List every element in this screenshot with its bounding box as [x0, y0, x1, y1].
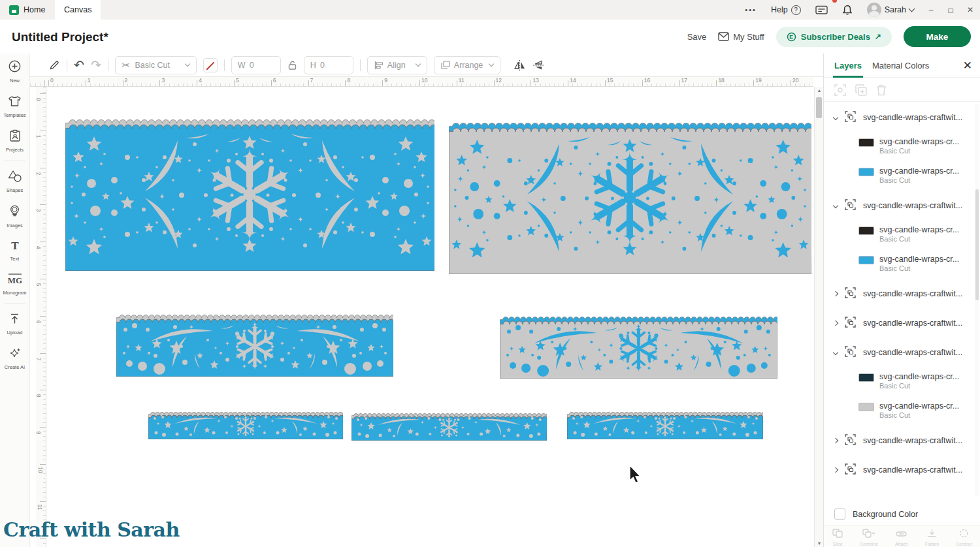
layer-group-name: svg-candle-wraps-craftwit... — [863, 319, 962, 328]
make-button[interactable]: Make — [904, 26, 971, 47]
candle-wrap-medium-gray[interactable] — [500, 316, 777, 379]
canvas-area[interactable]: 01234567891011121314151617181920 0123456… — [30, 77, 823, 547]
flip-vertical-icon[interactable] — [532, 60, 544, 70]
sidebar-item-shapes[interactable]: Shapes — [0, 164, 29, 198]
flip-horizontal-icon[interactable] — [514, 60, 526, 70]
sidebar-item-upload[interactable]: Upload — [0, 307, 29, 341]
tab-material-colors[interactable]: Material Colors — [862, 54, 929, 78]
candle-wrap-small-blue[interactable] — [567, 412, 763, 439]
layer-group-name: svg-candle-wraps-craftwit... — [863, 465, 962, 475]
tab-home[interactable]: Home — [0, 0, 54, 20]
layer-row[interactable]: svg-candle-wraps-cr...Basic Cut — [824, 401, 975, 422]
save-button[interactable]: Save — [687, 32, 707, 42]
subscriber-deals-button[interactable]: Subscriber Deals ↗ — [776, 27, 892, 47]
candle-wrap-large-blue[interactable] — [65, 118, 434, 271]
layer-group-row[interactable]: svg-candle-wraps-craftwit... — [824, 460, 975, 480]
layer-group-row[interactable]: svg-candle-wraps-craftwit... — [824, 343, 975, 362]
layer-linetype: Basic Cut — [879, 264, 959, 272]
lock-icon[interactable] — [287, 60, 297, 70]
candle-wrap-medium-blue[interactable] — [116, 314, 393, 377]
action-flatten-button[interactable]: Flatten — [925, 529, 939, 547]
layer-thumbnail[interactable] — [858, 138, 874, 147]
layer-row[interactable]: svg-candle-wraps-cr...Basic Cut — [824, 372, 975, 393]
duplicate-icon[interactable] — [855, 84, 867, 96]
layer-thumbnail[interactable] — [858, 403, 874, 411]
bell-icon[interactable] — [835, 0, 860, 20]
panel-close-icon[interactable]: ✕ — [963, 59, 972, 72]
candle-wrap-small-blue[interactable] — [148, 412, 343, 439]
cricut-design-space-window: Home Canvas ••• Help ? Sarah – — [0, 0, 980, 547]
candle-wrap-large-gray[interactable] — [449, 121, 811, 274]
scrollbar-thumb[interactable] — [975, 189, 979, 300]
edit-pencil-icon[interactable] — [48, 59, 60, 71]
layer-group-row[interactable]: svg-candle-wraps-craftwit... — [824, 431, 975, 450]
help-menu[interactable]: Help ? — [764, 0, 808, 20]
tab-layers[interactable]: Layers — [824, 54, 862, 78]
chevron-right-icon[interactable] — [833, 291, 838, 296]
user-menu[interactable]: Sarah — [860, 0, 921, 20]
window-close-button[interactable]: ✕ — [960, 5, 980, 14]
background-color-checkbox[interactable] — [834, 508, 845, 520]
select-all-icon[interactable] — [834, 84, 846, 96]
action-label: Flatten — [925, 542, 939, 546]
layer-group-row[interactable]: svg-candle-wraps-craftwit... — [824, 284, 975, 304]
action-slice-button[interactable]: Slice — [832, 529, 843, 547]
layer-list: svg-candle-wraps-craftwit...svg-candle-w… — [824, 102, 975, 499]
overflow-menu-icon[interactable]: ••• — [738, 0, 764, 20]
feedback-card-icon[interactable] — [808, 0, 835, 20]
scroll-up-arrow[interactable]: ▲ — [815, 88, 823, 93]
action-combine-button[interactable]: Combine — [860, 529, 878, 547]
layer-thumbnail[interactable] — [858, 227, 874, 235]
chevron-down-icon[interactable] — [833, 350, 838, 355]
layer-group-row[interactable]: svg-candle-wraps-craftwit... — [824, 313, 975, 333]
arrange-dropdown[interactable]: Arrange — [434, 56, 500, 74]
action-contour-button[interactable]: Contour — [956, 529, 972, 547]
chevron-right-icon[interactable] — [833, 320, 838, 326]
layer-group-row[interactable]: svg-candle-wraps-craftwit... — [824, 196, 975, 215]
action-label: Slice — [832, 542, 842, 546]
width-input[interactable]: W 0 — [231, 56, 281, 74]
tab-canvas[interactable]: Canvas — [55, 0, 101, 20]
window-maximize-button[interactable]: ▢ — [941, 7, 960, 14]
sidebar-item-monogram[interactable]: MGMonogram — [0, 267, 29, 301]
sidebar-item-new[interactable]: New — [0, 54, 29, 89]
sidebar-item-images[interactable]: Images — [0, 198, 29, 234]
sidebar-item-create-ai[interactable]: Create AI — [0, 341, 29, 375]
linetype-dropdown[interactable]: ✂ Basic Cut — [115, 56, 197, 74]
layer-row[interactable]: svg-candle-wraps-cr...Basic Cut — [824, 137, 975, 158]
layer-group-row[interactable]: svg-candle-wraps-craftwit... — [824, 108, 975, 127]
candle-wrap-small-blue[interactable] — [351, 413, 547, 441]
ruler-tick-label: 1 — [35, 134, 42, 138]
action-attach-button[interactable]: Attach — [895, 529, 908, 547]
layer-row[interactable]: svg-candle-wraps-cr...Basic Cut — [824, 255, 975, 275]
align-label: Align — [387, 61, 406, 70]
chevron-right-icon[interactable] — [833, 467, 838, 473]
color-swatch-none[interactable] — [203, 58, 218, 72]
align-dropdown[interactable]: Align — [367, 56, 427, 74]
layer-thumbnail[interactable] — [858, 256, 874, 264]
ruler-tick-label: 3 — [161, 77, 165, 84]
sidebar-item-templates[interactable]: Templates — [0, 89, 29, 123]
help-label: Help — [771, 5, 788, 14]
scrollbar-thumb[interactable] — [816, 97, 822, 118]
layer-thumbnail[interactable] — [858, 373, 874, 382]
chevron-down-icon[interactable] — [833, 203, 838, 208]
trash-icon[interactable] — [876, 84, 887, 96]
layer-thumbnail[interactable] — [858, 168, 874, 176]
ruler-tick-label: 18 — [718, 77, 724, 84]
panel-scrollbar[interactable] — [975, 104, 979, 496]
layer-row[interactable]: svg-candle-wraps-cr...Basic Cut — [824, 225, 975, 246]
scroll-down-arrow[interactable]: ▼ — [815, 541, 823, 546]
sidebar-item-text[interactable]: TText — [0, 234, 29, 267]
undo-button[interactable]: ↶ — [74, 59, 84, 71]
chevron-right-icon[interactable] — [833, 438, 838, 443]
chevron-down-icon[interactable] — [833, 115, 838, 120]
sidebar-item-projects[interactable]: Projects — [0, 123, 29, 158]
canvas-vertical-scrollbar[interactable]: ▲ ▼ — [814, 87, 823, 547]
window-minimize-button[interactable]: – — [921, 5, 941, 14]
layer-name: svg-candle-wraps-cr... — [879, 372, 959, 381]
layer-row[interactable]: svg-candle-wraps-cr...Basic Cut — [824, 166, 975, 187]
height-input[interactable]: H 0 — [304, 56, 353, 74]
redo-button[interactable]: ↷ — [91, 59, 101, 71]
my-stuff-button[interactable]: My Stuff — [718, 32, 764, 42]
